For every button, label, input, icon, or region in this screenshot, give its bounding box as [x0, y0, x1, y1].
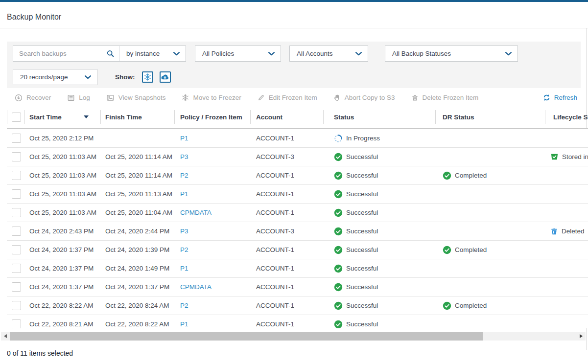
backup-table: Start Time Finish Time Policy / Frozen I…	[7, 106, 588, 328]
page-header: Backup Monitor	[0, 2, 588, 28]
policies-filter-select[interactable]: All Policies	[195, 46, 281, 62]
row-checkbox[interactable]	[12, 301, 21, 310]
policy-link[interactable]: P1	[180, 320, 188, 328]
scroll-right-arrow-icon[interactable]	[580, 334, 583, 338]
show-s3-copies-toggle[interactable]	[160, 71, 171, 83]
start-time-value: Oct 25, 2020 11:03 AM	[29, 190, 96, 198]
success-icon	[334, 320, 343, 329]
edit-frozen-item-label: Edit Frozen Item	[269, 94, 317, 101]
table-row[interactable]: Oct 24, 2020 1:37 PM Oct 24, 2020 1:39 P…	[7, 241, 588, 259]
policy-link[interactable]: P2	[180, 302, 188, 309]
column-header-account[interactable]: Account	[250, 106, 323, 128]
scrollbar-thumb[interactable]	[10, 332, 483, 341]
table-row[interactable]: Oct 25, 2020 11:03 AM Oct 25, 2020 11:14…	[7, 166, 588, 185]
horizontal-scrollbar[interactable]	[1, 332, 586, 341]
lifecycle-deleted-icon	[550, 228, 558, 235]
snowflake-icon	[144, 73, 151, 81]
table-row[interactable]: Oct 24, 2020 1:37 PM Oct 24, 2020 1:49 P…	[7, 259, 588, 278]
start-time-value: Oct 24, 2020 2:43 PM	[29, 228, 94, 235]
abort-copy-to-s3-label: Abort Copy to S3	[345, 94, 395, 101]
row-checkbox[interactable]	[12, 227, 21, 236]
start-time-value: Oct 22, 2020 8:21 AM	[29, 320, 94, 328]
account-value: ACCOUNT-1	[256, 320, 294, 328]
table-row[interactable]: Oct 25, 2020 11:03 AM Oct 25, 2020 11:13…	[7, 185, 588, 204]
table-row[interactable]: Oct 22, 2020 8:21 AM Oct 22, 2020 8:22 A…	[7, 315, 588, 328]
policy-link[interactable]: CPMDATA	[180, 283, 212, 291]
abort-copy-to-s3-button[interactable]: Abort Copy to S3	[333, 94, 395, 102]
move-to-freezer-button[interactable]: Move to Freezer	[182, 94, 241, 101]
start-time-value: Oct 25, 2020 2:12 PM	[29, 135, 94, 142]
row-checkbox[interactable]	[12, 171, 21, 180]
log-button[interactable]: Log	[67, 94, 90, 102]
table-row[interactable]: Oct 24, 2020 1:37 PM Oct 24, 2020 1:37 P…	[7, 278, 588, 296]
snowflake-icon	[182, 94, 189, 101]
status-text: In Progress	[346, 135, 380, 142]
policy-link[interactable]: CPMDATA	[180, 209, 212, 216]
backup-statuses-filter-select[interactable]: All Backup Statuses	[385, 46, 518, 62]
success-icon	[334, 283, 343, 292]
account-value: ACCOUNT-1	[256, 246, 294, 253]
success-icon	[334, 301, 343, 310]
row-checkbox[interactable]	[12, 282, 21, 292]
select-all-checkbox[interactable]	[12, 113, 21, 122]
delete-frozen-item-label: Delete Frozen Item	[423, 94, 479, 101]
column-header-status[interactable]: Status	[323, 106, 435, 128]
search-combo: by instance	[13, 46, 186, 62]
accounts-filter-select[interactable]: All Accounts	[289, 46, 368, 62]
column-header-lifecycle-status[interactable]: Lifecycle Status	[545, 106, 588, 128]
policy-link[interactable]: P2	[180, 172, 188, 179]
table-row[interactable]: Oct 25, 2020 11:03 AM Oct 25, 2020 11:14…	[7, 148, 588, 166]
edit-frozen-item-button[interactable]: Edit Frozen Item	[258, 94, 317, 101]
recover-button[interactable]: Recover	[15, 94, 51, 102]
table-row[interactable]: Oct 25, 2020 2:12 PM P1 ACCOUNT-1 In Pro…	[7, 129, 588, 148]
status-text: Successful	[346, 246, 378, 253]
policy-link[interactable]: P3	[180, 153, 188, 160]
records-per-page-select[interactable]: 20 records/page	[13, 69, 97, 85]
search-input[interactable]	[13, 50, 106, 57]
dr-status-text: Completed	[455, 246, 487, 253]
hand-icon	[333, 94, 341, 102]
table-row[interactable]: Oct 25, 2020 11:03 AM Oct 25, 2020 11:04…	[7, 204, 588, 222]
search-icon	[107, 50, 114, 57]
row-checkbox[interactable]	[12, 134, 21, 143]
recover-label: Recover	[26, 94, 51, 101]
move-to-freezer-label: Move to Freezer	[193, 94, 241, 101]
start-time-value: Oct 25, 2020 11:03 AM	[29, 153, 96, 160]
row-checkbox[interactable]	[12, 319, 21, 328]
search-button[interactable]	[106, 50, 119, 57]
column-header-start-time[interactable]: Start Time	[24, 106, 100, 128]
table-row[interactable]: Oct 24, 2020 2:43 PM Oct 24, 2020 2:44 P…	[7, 222, 588, 241]
finish-time-value: Oct 24, 2020 1:49 PM	[105, 265, 169, 272]
row-checkbox[interactable]	[12, 264, 21, 273]
chevron-down-icon	[355, 52, 362, 56]
row-checkbox[interactable]	[12, 208, 21, 217]
status-text: Successful	[346, 320, 378, 328]
search-by-select[interactable]: by instance	[119, 46, 186, 61]
delete-frozen-item-button[interactable]: Delete Frozen Item	[411, 94, 479, 102]
row-checkbox[interactable]	[12, 245, 21, 254]
success-icon	[334, 171, 343, 180]
status-text: Successful	[346, 209, 378, 216]
policy-link[interactable]: P1	[180, 190, 188, 198]
dr-status-text: Completed	[455, 172, 487, 179]
chevron-down-icon	[505, 52, 512, 56]
policy-link[interactable]: P1	[180, 135, 188, 142]
policy-link[interactable]: P2	[180, 246, 188, 253]
table-row[interactable]: Oct 22, 2020 8:22 AM Oct 22, 2020 8:24 A…	[7, 296, 588, 315]
show-frozen-items-toggle[interactable]	[142, 71, 153, 83]
column-header-dr-status[interactable]: DR Status	[435, 106, 545, 128]
status-text: Successful	[346, 190, 378, 198]
pencil-icon	[258, 94, 265, 101]
scroll-left-arrow-icon[interactable]	[4, 334, 7, 338]
row-checkbox[interactable]	[12, 189, 21, 199]
view-snapshots-button[interactable]: View Snapshots	[106, 94, 166, 102]
column-header-finish-time[interactable]: Finish Time	[100, 106, 174, 128]
start-time-value: Oct 24, 2020 1:37 PM	[29, 265, 94, 272]
log-label: Log	[79, 94, 90, 101]
row-checkbox[interactable]	[12, 152, 21, 161]
refresh-button[interactable]: Refresh	[543, 90, 577, 106]
account-value: ACCOUNT-1	[256, 302, 294, 309]
column-header-policy[interactable]: Policy / Frozen Item	[174, 106, 250, 128]
policy-link[interactable]: P3	[180, 228, 188, 235]
policy-link[interactable]: P1	[180, 265, 188, 272]
